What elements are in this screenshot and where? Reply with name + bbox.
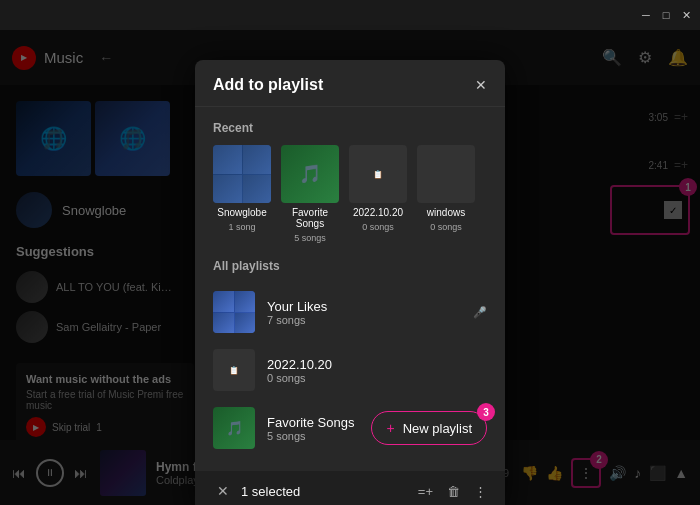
recent-section-title: Recent [213,121,487,135]
likes-info: Your Likes 7 songs [267,299,461,326]
date-art: 📋 [349,145,407,203]
snowglobe-count: 1 song [228,222,255,232]
fav-list-name: Favorite Songs [267,415,363,430]
fav-list-count: 5 songs [267,430,363,442]
windows-thumb-img [417,145,475,203]
likes-art [213,291,255,333]
date-thumb-img: 📋 [349,145,407,203]
modal-bottom-close-icon[interactable]: ✕ [213,481,233,501]
likes-count: 7 songs [267,314,461,326]
maximize-button[interactable]: □ [660,9,672,21]
add-to-playlist-modal: Add to playlist ✕ Recent Snowglobe 1 son… [195,60,505,505]
modal-title: Add to playlist [213,76,323,94]
date2-name: 2022.10.20 [267,357,487,372]
date2-art: 📋 [213,349,255,391]
favorites-art: 🎵 [281,145,339,203]
windows-count: 0 songs [430,222,462,232]
recent-playlist-windows[interactable]: windows 0 songs [417,145,475,243]
fav-list-info: Favorite Songs 5 songs [267,415,363,442]
playlist-item-favorites[interactable]: 🎵 Favorite Songs 5 songs [213,399,363,457]
plus-icon: + [386,420,394,436]
recent-playlists-row: Snowglobe 1 song 🎵 Favorite Songs 5 song… [213,145,487,243]
close-button[interactable]: ✕ [680,9,692,21]
recent-playlist-date[interactable]: 📋 2022.10.20 0 songs [349,145,407,243]
playlist-item-likes[interactable]: Your Likes 7 songs 🎤 [213,283,487,341]
selected-count-text: 1 selected [241,484,300,499]
fav-list-thumb: 🎵 [213,407,255,449]
favorites-label: Favorite Songs [281,207,339,229]
likes-name: Your Likes [267,299,461,314]
new-playlist-label: New playlist [403,421,472,436]
likes-thumb [213,291,255,333]
date-count: 0 songs [362,222,394,232]
recent-playlist-favorites[interactable]: 🎵 Favorite Songs 5 songs [281,145,339,243]
all-playlists-title: All playlists [213,259,487,273]
modal-bottom-actions: =+ 🗑 ⋮ [418,484,487,499]
favorites-row-wrapper: 🎵 Favorite Songs 5 songs + New playlist … [213,399,487,457]
windows-art [417,145,475,203]
modal-bottom-bar: ✕ 1 selected =+ 🗑 ⋮ [195,471,505,505]
modal-bottom-left: ✕ 1 selected [213,481,300,501]
recent-playlist-snowglobe[interactable]: Snowglobe 1 song [213,145,271,243]
fav-list-art: 🎵 [213,407,255,449]
snowglobe-art [213,145,271,203]
snowglobe-thumb-img [213,145,271,203]
modal-add-to-queue-icon[interactable]: =+ [418,484,433,499]
modal-close-button[interactable]: ✕ [475,77,487,93]
modal-delete-icon[interactable]: 🗑 [447,484,460,499]
modal-overlay: Add to playlist ✕ Recent Snowglobe 1 son… [0,30,700,505]
modal-header: Add to playlist ✕ [195,60,505,107]
modal-body: Recent Snowglobe 1 song 🎵 Favorite S [195,107,505,471]
annotation-badge-3: 3 [477,403,495,421]
date2-thumb: 📋 [213,349,255,391]
date2-count: 0 songs [267,372,487,384]
modal-more-icon[interactable]: ⋮ [474,484,487,499]
favorites-count: 5 songs [294,233,326,243]
new-playlist-button[interactable]: + New playlist 3 [371,411,487,445]
playlist-item-date2[interactable]: 📋 2022.10.20 0 songs [213,341,487,399]
date-label: 2022.10.20 [353,207,403,218]
date2-info: 2022.10.20 0 songs [267,357,487,384]
minimize-button[interactable]: ─ [640,9,652,21]
title-bar-controls: ─ □ ✕ [640,9,692,21]
favorites-thumb-img: 🎵 [281,145,339,203]
windows-label: windows [427,207,465,218]
likes-add-icon[interactable]: 🎤 [473,306,487,319]
title-bar: ─ □ ✕ [0,0,700,30]
snowglobe-label: Snowglobe [217,207,266,218]
